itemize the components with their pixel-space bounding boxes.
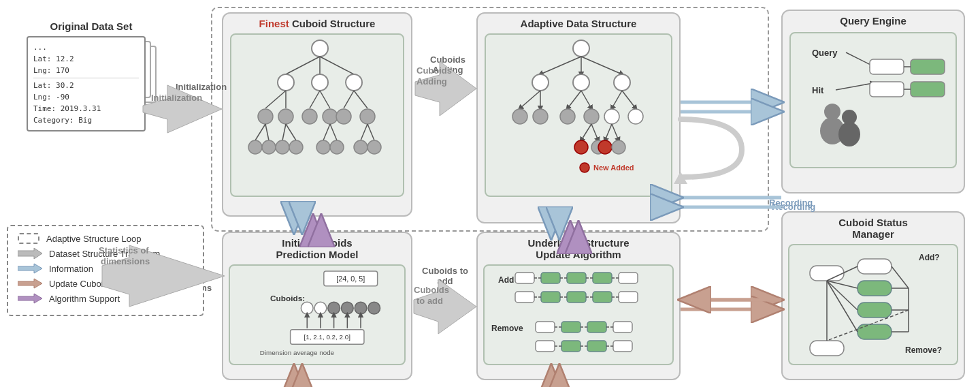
svg-text:Remove?: Remove? [905, 345, 942, 355]
svg-rect-107 [567, 292, 586, 303]
svg-line-57 [612, 124, 619, 140]
svg-point-48 [512, 109, 527, 124]
initialization-label: Initialization [176, 82, 223, 92]
svg-rect-132 [858, 281, 892, 296]
adaptive-data-box: Adaptive Data Structure [476, 12, 681, 223]
legend-adaptive: Adaptive Structure Loop [18, 233, 193, 244]
svg-line-42 [520, 91, 540, 108]
svg-text:Remove: Remove [491, 324, 523, 333]
svg-rect-131 [858, 259, 892, 274]
underlying-svg: Add [485, 266, 675, 367]
legend-dataset: Dataset Structure Transform [18, 248, 193, 259]
legend-information-label: Information [49, 264, 93, 274]
svg-rect-70 [870, 82, 904, 97]
svg-marker-150 [18, 279, 42, 288]
svg-line-7 [265, 91, 286, 108]
finest-cuboid-box: Finest Cuboid Structure [222, 12, 412, 217]
cuboids-adding-text2: Adding [416, 76, 447, 87]
svg-marker-148 [18, 248, 42, 259]
underlying-structure-box: Underlying StructureUpdate Algorithm Add [476, 232, 681, 380]
svg-point-34 [368, 140, 381, 154]
svg-line-21 [282, 124, 286, 140]
initial-cuboids-box: Initial CuboidsPrediction Model [24, 0, … [222, 232, 412, 380]
svg-point-41 [614, 74, 630, 91]
query-engine-svg: Query Hit [791, 35, 955, 165]
svg-line-46 [612, 91, 622, 108]
svg-point-13 [258, 109, 273, 124]
svg-point-58 [574, 140, 588, 154]
original-dataset-section: Original Data Set Lat: 30.2 Lng: -90 Tim… [10, 20, 173, 211]
svg-rect-134 [858, 324, 892, 339]
svg-line-25 [361, 124, 368, 140]
svg-point-81 [301, 302, 313, 314]
svg-rect-68 [870, 59, 904, 74]
svg-point-40 [573, 74, 589, 91]
svg-line-56 [605, 124, 612, 140]
diagram-container: Original Data Set Lat: 30.2 Lng: -90 Tim… [0, 0, 980, 387]
svg-marker-149 [18, 264, 42, 273]
query-engine-inner: Query Hit [789, 32, 957, 168]
svg-rect-130 [810, 266, 844, 281]
adaptive-data-inner: New Added [485, 33, 672, 197]
svg-rect-97 [541, 273, 560, 283]
svg-line-12 [354, 91, 368, 108]
legend-dashed-icon [18, 233, 39, 244]
svg-rect-116 [561, 322, 581, 332]
svg-point-6 [346, 74, 362, 91]
svg-point-51 [584, 109, 599, 124]
svg-rect-100 [619, 273, 638, 283]
recording-label: Recording [769, 198, 813, 208]
svg-point-86 [368, 302, 380, 314]
cuboid-status-inner: Add? Remove? [788, 244, 958, 365]
legend-algorithm: Algorithm Support [18, 293, 193, 304]
svg-point-32 [330, 140, 344, 154]
dataset-card-front: ... Lat: 12.2 Lng: 170 Lat: 30.2 Lng: -9… [27, 36, 146, 131]
svg-point-77 [842, 110, 857, 125]
svg-point-52 [604, 109, 619, 124]
svg-line-47 [622, 91, 636, 108]
svg-point-84 [341, 302, 353, 314]
adaptive-data-title: Adaptive Data Structure [478, 14, 679, 31]
svg-rect-96 [515, 273, 534, 283]
original-dataset-title: Original Data Set [10, 20, 173, 32]
svg-point-30 [289, 140, 303, 154]
finest-tree-svg [231, 35, 408, 185]
svg-point-28 [262, 140, 276, 154]
svg-point-83 [328, 302, 340, 314]
svg-text:Add: Add [498, 275, 514, 285]
legend-algorithm-label: Algorithm Support [49, 294, 120, 304]
svg-line-54 [581, 124, 591, 140]
cuboid-status-box: Cuboid StatusManager Add? [781, 211, 965, 380]
svg-point-50 [560, 109, 575, 124]
svg-point-53 [628, 109, 643, 124]
query-engine-box: Query Engine Query Hit [781, 10, 965, 194]
svg-line-55 [591, 124, 598, 140]
svg-text:Cuboids:: Cuboids: [270, 294, 305, 303]
underlying-structure-title: Underlying StructureUpdate Algorithm [478, 233, 679, 262]
svg-point-39 [532, 74, 549, 91]
cuboids-adding-label: Cuboids Adding [421, 55, 475, 75]
svg-line-3 [320, 57, 354, 74]
svg-point-5 [312, 74, 328, 91]
svg-rect-109 [619, 292, 638, 303]
legend-gray-arrow-icon [18, 248, 42, 259]
svg-text:[1, 2.1, 0.2, 2.0]: [1, 2.1, 0.2, 2.0] [304, 333, 351, 341]
svg-text:Add?: Add? [919, 253, 940, 262]
svg-line-65 [846, 52, 873, 66]
svg-rect-117 [587, 322, 606, 332]
svg-rect-71 [911, 82, 945, 97]
adaptive-tree-svg: New Added [486, 35, 676, 191]
svg-line-44 [568, 91, 581, 108]
svg-rect-99 [593, 273, 612, 283]
legend-adaptive-label: Adaptive Structure Loop [46, 234, 141, 244]
cuboid-status-title: Cuboid StatusManager [783, 213, 964, 241]
curved-arrow [681, 119, 742, 177]
svg-rect-124 [587, 341, 606, 352]
svg-text:Query: Query [812, 48, 838, 58]
svg-rect-115 [536, 322, 555, 332]
cuboids-to-add-arrow [414, 279, 476, 334]
svg-line-38 [581, 57, 622, 74]
svg-point-49 [533, 109, 548, 124]
svg-point-82 [314, 302, 327, 314]
svg-point-60 [598, 140, 612, 154]
